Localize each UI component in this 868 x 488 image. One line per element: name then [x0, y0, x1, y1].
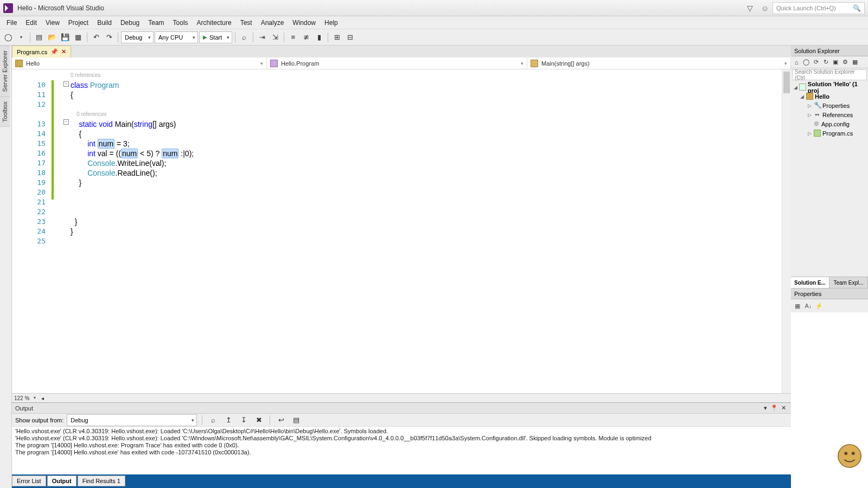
solution-tree[interactable]: ◢ Solution 'Hello' (1 proj ◢ Hello ▷ 🔧 P…	[791, 81, 868, 277]
undo-icon[interactable]: ↶	[90, 31, 102, 43]
notifications-icon[interactable]: ▽	[744, 3, 755, 14]
home-icon[interactable]: ⌂	[792, 58, 801, 67]
fold-toggle-icon[interactable]: −	[63, 119, 69, 125]
code-editor[interactable]: 10111213141516171819202122232425 − − 0 r…	[12, 69, 791, 393]
nav-fwd-button[interactable]: ▾	[15, 31, 27, 43]
hscroll-left-icon[interactable]: ◂	[41, 395, 44, 401]
vertical-scrollbar[interactable]	[782, 69, 791, 393]
tab-solution-explorer[interactable]: Solution E...	[791, 277, 829, 288]
solution-node[interactable]: ◢ Solution 'Hello' (1 proj	[792, 82, 867, 92]
extra2-icon[interactable]: ⊟	[344, 31, 356, 43]
next-msg-icon[interactable]: ↧	[238, 414, 250, 426]
find-icon[interactable]: ⌕	[238, 31, 250, 43]
outlining-margin[interactable]: − −	[63, 69, 71, 393]
expand-icon[interactable]: ◢	[800, 94, 805, 99]
solution-explorer-title[interactable]: Solution Explorer	[791, 46, 868, 56]
start-debug-button[interactable]: Start	[199, 31, 232, 43]
references-node[interactable]: ▷ ▪▪ References	[792, 110, 867, 119]
prev-msg-icon[interactable]: ↥	[222, 414, 234, 426]
output-text[interactable]: 'Hello.vshost.exe' (CLR v4.0.30319: Hell…	[12, 427, 791, 474]
find-msg-icon[interactable]: ⌕	[207, 414, 219, 426]
close-icon[interactable]: ✕	[61, 48, 66, 55]
method-icon	[531, 60, 538, 67]
tab-team-explorer[interactable]: Team Expl...	[829, 277, 868, 288]
properties-node[interactable]: ▷ 🔧 Properties	[792, 101, 867, 110]
code-text-area[interactable]: 0 referencesclass Program{ 0 references …	[71, 69, 782, 393]
menu-team[interactable]: Team	[144, 17, 168, 28]
nav-project-dropdown[interactable]: Hello	[12, 57, 267, 69]
nav-member-dropdown[interactable]: Main(string[] args)	[527, 57, 791, 69]
step-over-icon[interactable]: ⇲	[269, 31, 281, 43]
extra1-icon[interactable]: ⊞	[331, 31, 343, 43]
properties-icon[interactable]: ⚙	[841, 58, 850, 67]
menu-help[interactable]: Help	[320, 17, 342, 28]
toolbox-tab[interactable]: Toolbox	[0, 97, 10, 127]
expand-icon[interactable]: ▷	[807, 103, 812, 108]
categorized-icon[interactable]: ▦	[793, 301, 802, 310]
solution-platform-dropdown[interactable]: Any CPU	[155, 31, 198, 43]
menu-edit[interactable]: Edit	[21, 17, 41, 28]
show-all-icon[interactable]: ▦	[851, 58, 859, 67]
properties-panel-title[interactable]: Properties	[791, 288, 868, 299]
pin-icon[interactable]: 📌	[50, 48, 58, 55]
menu-build[interactable]: Build	[93, 17, 116, 28]
expand-icon[interactable]: ◢	[793, 85, 797, 90]
menu-analyze[interactable]: Analyze	[257, 17, 289, 28]
output-panel-title: Output	[15, 405, 33, 412]
menu-window[interactable]: Window	[288, 17, 320, 28]
events-icon[interactable]: ⚡	[815, 301, 824, 310]
properties-toolbar: ▦ A↓ ⚡	[791, 299, 868, 312]
expand-icon[interactable]: ▷	[807, 112, 812, 118]
solution-config-dropdown[interactable]: Debug	[121, 31, 154, 43]
wrench-icon: 🔧	[814, 102, 821, 109]
step-into-icon[interactable]: ⇥	[256, 31, 268, 43]
bottom-tab-error-list[interactable]: Error List	[12, 476, 46, 486]
quick-launch-input[interactable]: Quick Launch (Ctrl+Q) 🔍	[773, 2, 865, 14]
pin-icon[interactable]: 📍	[770, 404, 778, 412]
solution-explorer-toolbar: ⌂ ◯ ⟳ ↻ ▣ ⚙ ▦	[791, 56, 868, 68]
svg-point-1	[844, 452, 847, 455]
output-panel-title-bar[interactable]: Output ▾ 📍 ✕	[12, 403, 791, 414]
toggle-icon[interactable]: ▤	[290, 414, 302, 426]
uncomment-icon[interactable]: ≢	[300, 31, 312, 43]
nav-back-button[interactable]: ◯	[2, 31, 14, 43]
menu-test[interactable]: Test	[236, 17, 257, 28]
expand-icon[interactable]: ▷	[807, 131, 812, 136]
refresh-icon[interactable]: ↻	[821, 58, 830, 67]
nav-class-dropdown[interactable]: Hello.Program	[267, 57, 527, 69]
bookmark-icon[interactable]: ▮	[313, 31, 325, 43]
bottom-tab-output[interactable]: Output	[47, 476, 76, 486]
document-tab-program-cs[interactable]: Program.cs 📌 ✕	[12, 46, 71, 57]
menu-view[interactable]: View	[41, 17, 64, 28]
save-all-icon[interactable]: ▦	[72, 31, 84, 43]
solution-search-input[interactable]: Search Solution Explorer (Ctrl	[792, 69, 867, 80]
autohide-icon[interactable]: ▾	[764, 404, 767, 412]
programcs-node[interactable]: ▷ Program.cs	[792, 129, 867, 138]
save-icon[interactable]: 💾	[59, 31, 71, 43]
bottom-tab-find-results-1[interactable]: Find Results 1	[78, 476, 125, 486]
main-toolbar: ◯ ▾ ▤ 📂 💾 ▦ ↶ ↷ Debug Any CPU Start ⌕ ⇥ …	[0, 29, 868, 46]
open-file-icon[interactable]: 📂	[46, 31, 58, 43]
feedback-icon[interactable]: ☺	[760, 3, 770, 14]
clear-all-icon[interactable]: ✖	[253, 414, 265, 426]
redo-icon[interactable]: ↷	[103, 31, 115, 43]
collapse-icon[interactable]: ▣	[831, 58, 840, 67]
server-explorer-tab[interactable]: Server Explorer	[0, 46, 10, 97]
window-title: Hello - Microsoft Visual Studio	[17, 4, 104, 12]
new-project-icon[interactable]: ▤	[33, 31, 45, 43]
close-icon[interactable]: ✕	[781, 404, 786, 412]
menu-debug[interactable]: Debug	[116, 17, 144, 28]
alphabetical-icon[interactable]: A↓	[804, 301, 813, 310]
menu-tools[interactable]: Tools	[169, 17, 193, 28]
output-source-dropdown[interactable]: Debug	[67, 414, 197, 426]
word-wrap-icon[interactable]: ↩	[275, 414, 287, 426]
fold-toggle-icon[interactable]: −	[63, 81, 69, 87]
menu-architecture[interactable]: Architecture	[193, 17, 236, 28]
zoom-level-dropdown[interactable]: 122 %	[14, 395, 37, 401]
appconfig-node[interactable]: ⚙ App.config	[792, 119, 867, 129]
menu-project[interactable]: Project	[64, 17, 93, 28]
sync-icon[interactable]: ⟳	[812, 58, 820, 67]
menu-file[interactable]: File	[2, 17, 21, 28]
back-icon[interactable]: ◯	[802, 58, 810, 67]
comment-icon[interactable]: ≡	[287, 31, 299, 43]
